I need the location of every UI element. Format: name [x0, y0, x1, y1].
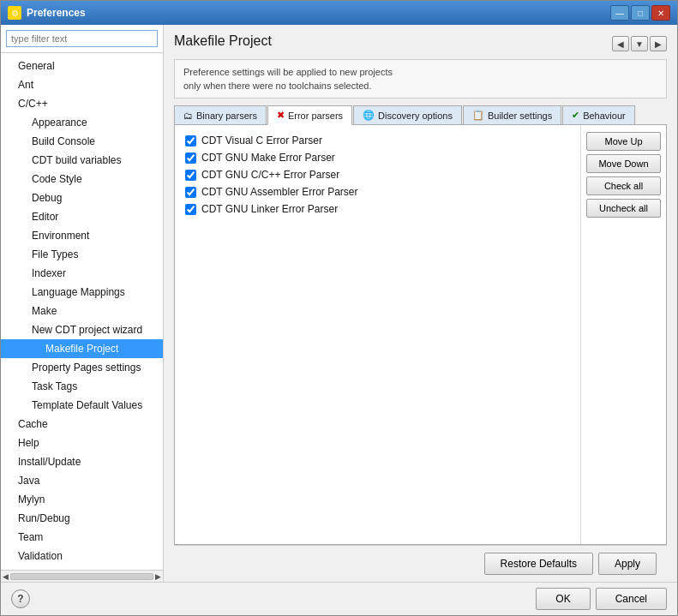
info-line2: only when there were no toolchains selec… [183, 79, 657, 93]
title-bar-left: ⚙ Preferences [8, 6, 86, 20]
info-line1: Preference settings will be applied to n… [183, 65, 657, 79]
sidebar-item-cpp[interactable]: C/C++ [1, 94, 163, 113]
footer-right: OK Cancel [536, 588, 667, 610]
sidebar-item-team[interactable]: Team [1, 528, 163, 547]
error-tab-icon: ✖ [277, 110, 285, 121]
restore-defaults-button[interactable]: Restore Defaults [484, 553, 593, 575]
builder-tab-label: Builder settings [488, 111, 552, 121]
nav-forward-button[interactable]: ▶ [650, 36, 667, 51]
parser-checkbox-1[interactable] [185, 153, 196, 164]
sidebar-item-mylyn[interactable]: Mylyn [1, 490, 163, 509]
sidebar-item-build-console[interactable]: Build Console [1, 132, 163, 151]
uncheck-all-button[interactable]: Uncheck all [586, 199, 661, 218]
footer-bar: ? OK Cancel [1, 582, 677, 615]
tab-binary[interactable]: 🗂 Binary parsers [174, 105, 267, 124]
list-item: CDT GNU Assembler Error Parser [182, 183, 573, 200]
sidebar-item-environment[interactable]: Environment [1, 226, 163, 245]
tab-discovery[interactable]: 🌐 Discovery options [353, 105, 462, 124]
maximize-button[interactable]: □ [631, 5, 650, 21]
minimize-button[interactable]: — [610, 5, 629, 21]
sidebar-item-code-style[interactable]: Code Style [1, 170, 163, 188]
sidebar-item-makefile-project[interactable]: Makefile Project [1, 339, 163, 358]
move-down-button[interactable]: Move Down [586, 154, 661, 173]
parser-checkbox-3[interactable] [185, 187, 196, 198]
tab-builder[interactable]: 📋 Builder settings [463, 105, 561, 124]
tab-content: CDT Visual C Error Parser CDT GNU Make E… [174, 125, 667, 545]
sidebar-item-cdt-build[interactable]: CDT build variables [1, 151, 163, 170]
parser-label-3: CDT GNU Assembler Error Parser [201, 186, 357, 198]
error-tab-label: Error parsers [288, 111, 343, 121]
window-title: Preferences [27, 7, 86, 19]
sidebar-item-new-cdt[interactable]: New CDT project wizard [1, 320, 163, 339]
sidebar-item-editor[interactable]: Editor [1, 207, 163, 226]
sidebar-item-debug[interactable]: Debug [1, 188, 163, 207]
list-item: CDT GNU C/C++ Error Parser [182, 166, 573, 183]
parser-label-1: CDT GNU Make Error Parser [201, 152, 335, 164]
behaviour-tab-icon: ✔ [572, 110, 579, 121]
sidebar-item-appearance[interactable]: Appearance [1, 113, 163, 132]
help-button[interactable]: ? [11, 589, 30, 608]
parser-checkbox-2[interactable] [185, 170, 196, 181]
search-box [1, 25, 163, 53]
parser-actions: Move Up Move Down Check all Uncheck all [580, 125, 666, 544]
preferences-window: ⚙ Preferences — □ ✕ General Ant C/C++ Ap… [0, 0, 678, 616]
scroll-thumb[interactable] [10, 573, 153, 580]
sidebar-item-run-debug[interactable]: Run/Debug [1, 509, 163, 528]
apply-button[interactable]: Apply [598, 553, 657, 575]
sidebar-item-help[interactable]: Help [1, 434, 163, 452]
sidebar: General Ant C/C++ Appearance Build Conso… [1, 25, 164, 582]
nav-dropdown-button[interactable]: ▼ [631, 36, 648, 51]
ok-button[interactable]: OK [536, 588, 590, 610]
sidebar-item-general[interactable]: General [1, 57, 163, 75]
sidebar-item-ant[interactable]: Ant [1, 75, 163, 94]
parser-checkbox-4[interactable] [185, 204, 196, 215]
title-bar-controls: — □ ✕ [610, 5, 670, 21]
parser-label-0: CDT Visual C Error Parser [201, 135, 322, 147]
info-box: Preference settings will be applied to n… [174, 59, 667, 99]
list-item: CDT Visual C Error Parser [182, 132, 573, 149]
check-all-button[interactable]: Check all [586, 176, 661, 195]
sidebar-item-java[interactable]: Java [1, 471, 163, 490]
nav-arrows-container: ◀ ▼ ▶ [612, 36, 667, 51]
sidebar-item-make[interactable]: Make [1, 302, 163, 320]
nav-arrows: ◀ ▼ ▶ [612, 36, 667, 51]
main-panel: Makefile Project ◀ ▼ ▶ Preference settin… [164, 25, 677, 582]
search-input[interactable] [6, 30, 158, 47]
sidebar-item-validation[interactable]: Validation [1, 547, 163, 565]
tabs-row: 🗂 Binary parsers ✖ Error parsers 🌐 Disco… [174, 105, 667, 125]
binary-tab-label: Binary parsers [196, 111, 257, 121]
scroll-right-arrow[interactable]: ▶ [155, 572, 161, 581]
parser-label-2: CDT GNU C/C++ Error Parser [201, 169, 339, 181]
title-bar: ⚙ Preferences — □ ✕ [1, 1, 677, 25]
sidebar-item-property-pages[interactable]: Property Pages settings [1, 358, 163, 377]
parsers-list: CDT Visual C Error Parser CDT GNU Make E… [175, 125, 580, 544]
list-item: CDT GNU Make Error Parser [182, 149, 573, 166]
tree: General Ant C/C++ Appearance Build Conso… [1, 53, 163, 570]
move-up-button[interactable]: Move Up [586, 132, 661, 151]
bottom-right: Restore Defaults Apply [484, 553, 657, 575]
sidebar-item-language-mappings[interactable]: Language Mappings [1, 283, 163, 302]
tab-error[interactable]: ✖ Error parsers [267, 105, 352, 125]
discovery-tab-label: Discovery options [378, 111, 453, 121]
parser-checkbox-0[interactable] [185, 135, 196, 147]
sidebar-item-template-default[interactable]: Template Default Values [1, 396, 163, 415]
sidebar-item-file-types[interactable]: File Types [1, 245, 163, 264]
nav-back-button[interactable]: ◀ [612, 36, 629, 51]
behaviour-tab-label: Behaviour [583, 111, 626, 121]
scroll-left-arrow[interactable]: ◀ [3, 572, 9, 581]
sidebar-item-install[interactable]: Install/Update [1, 452, 163, 471]
discovery-tab-icon: 🌐 [363, 110, 375, 121]
sidebar-item-task-tags[interactable]: Task Tags [1, 377, 163, 396]
sidebar-scrollbar: ◀ ▶ [1, 570, 163, 582]
page-title: Makefile Project [174, 33, 272, 49]
sidebar-item-cache[interactable]: Cache [1, 415, 163, 434]
sidebar-item-indexer[interactable]: Indexer [1, 264, 163, 283]
window-icon: ⚙ [8, 6, 21, 20]
parser-label-4: CDT GNU Linker Error Parser [201, 203, 338, 215]
binary-tab-icon: 🗂 [183, 111, 193, 121]
close-button[interactable]: ✕ [651, 5, 670, 21]
tab-behaviour[interactable]: ✔ Behaviour [562, 105, 635, 124]
bottom-bar: Restore Defaults Apply [174, 545, 667, 582]
cancel-button[interactable]: Cancel [596, 588, 667, 610]
builder-tab-icon: 📋 [472, 110, 484, 121]
